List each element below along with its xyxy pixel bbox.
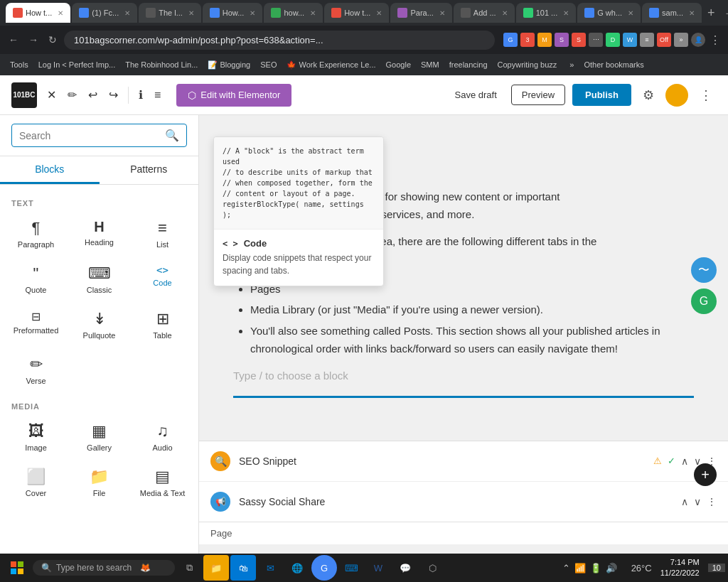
- tab-5[interactable]: How t... ✕: [324, 3, 389, 23]
- social-more-icon[interactable]: ⋮: [707, 496, 717, 507]
- block-code[interactable]: <> Code: [132, 257, 193, 300]
- social-collapse-down[interactable]: ∨: [694, 496, 701, 507]
- block-verse[interactable]: ✏ Verse: [6, 348, 66, 391]
- extension-icon-3[interactable]: M: [537, 33, 552, 47]
- new-tab-button[interactable]: +: [703, 6, 719, 21]
- sassy-social-panel[interactable]: 📢 Sassy Social Share ∧ ∨ ⋮: [199, 482, 728, 522]
- volume-icon[interactable]: 🔊: [606, 563, 617, 573]
- bookmark-blogging[interactable]: 📝 Blogging: [203, 58, 255, 72]
- bookmark-robinhood[interactable]: The Robinhood Lin...: [121, 58, 202, 71]
- taskbar-chrome[interactable]: G: [311, 555, 337, 581]
- extension-more[interactable]: »: [674, 33, 688, 47]
- extension-icon-2[interactable]: 3: [520, 33, 535, 47]
- block-list[interactable]: ≡ List: [132, 212, 193, 254]
- system-clock[interactable]: 7:14 PM 11/22/2022: [660, 557, 705, 579]
- edit-elementor-button[interactable]: ⬡ Edit with Elementor: [176, 84, 291, 107]
- bookmark-copywriting[interactable]: Copywriting buzz: [493, 58, 562, 71]
- taskbar-word[interactable]: W: [365, 555, 391, 581]
- extension-icon-8[interactable]: W: [623, 33, 637, 47]
- tab-1[interactable]: (1) Fc... ✕: [72, 3, 137, 23]
- taskbar-store[interactable]: 🛍: [230, 555, 256, 581]
- block-pullquote[interactable]: ↡ Pullquote: [69, 303, 129, 345]
- block-audio[interactable]: ♫ Audio: [132, 415, 193, 458]
- bookmark-google[interactable]: Google: [382, 58, 415, 71]
- taskbar-edge[interactable]: 🌐: [284, 555, 310, 581]
- seo-warning-icon[interactable]: ⚠: [653, 456, 662, 466]
- extension-icon-1[interactable]: G: [503, 33, 518, 47]
- block-preformatted[interactable]: ⊟ Preformatted: [6, 303, 66, 345]
- block-classic[interactable]: ⌨ Classic: [69, 257, 129, 300]
- bookmark-smm[interactable]: SMM: [417, 58, 444, 71]
- profile-icon[interactable]: 👤: [691, 33, 705, 47]
- tray-up-arrow[interactable]: ⌃: [562, 563, 570, 573]
- tab-close-icon[interactable]: ✕: [250, 9, 255, 17]
- block-file[interactable]: 📁 File: [69, 460, 129, 503]
- tab-patterns[interactable]: Patterns: [100, 156, 199, 184]
- block-gallery[interactable]: ▦ Gallery: [69, 415, 129, 458]
- extension-icon-4[interactable]: S: [555, 33, 569, 47]
- bookmark-work[interactable]: 🍁 Work Experience Le...: [282, 58, 380, 72]
- seo-collapse-up[interactable]: ∧: [681, 456, 688, 467]
- block-media-text[interactable]: ▤ Media & Text: [132, 460, 193, 503]
- tab-10[interactable]: sam... ✕: [642, 3, 702, 23]
- tab-close-icon[interactable]: ✕: [628, 9, 633, 17]
- details-button[interactable]: ℹ: [134, 84, 147, 106]
- publish-button[interactable]: Publish: [572, 84, 631, 106]
- add-block-button[interactable]: +: [694, 463, 717, 486]
- tab-4[interactable]: how... ✕: [264, 3, 323, 23]
- taskbar-discord[interactable]: 💬: [392, 555, 418, 581]
- block-type-placeholder[interactable]: Type / to choose a block: [233, 370, 694, 382]
- preview-button[interactable]: Preview: [511, 85, 565, 105]
- social-collapse-up[interactable]: ∧: [681, 496, 688, 507]
- tab-close-icon[interactable]: ✕: [439, 9, 445, 17]
- forward-button[interactable]: →: [26, 31, 41, 48]
- search-submit-button[interactable]: 🔍: [165, 129, 179, 142]
- tab-close-icon[interactable]: ✕: [124, 9, 130, 17]
- save-draft-button[interactable]: Save draft: [448, 85, 504, 104]
- taskbar-file-explorer[interactable]: 📁: [203, 555, 229, 581]
- tab-blocks[interactable]: Blocks: [0, 156, 100, 184]
- url-input[interactable]: [64, 31, 495, 50]
- taskbar-search[interactable]: 🔍 Type here to search 🦊: [33, 560, 175, 576]
- tab-close-icon[interactable]: ✕: [188, 9, 194, 17]
- reload-button[interactable]: ↻: [46, 31, 60, 48]
- bookmark-freelancing[interactable]: freelancing: [445, 58, 492, 71]
- more-options-icon[interactable]: ⋮: [708, 33, 722, 47]
- block-cover[interactable]: ⬜ Cover: [6, 460, 66, 503]
- tab-close-icon[interactable]: ✕: [58, 9, 63, 17]
- back-button[interactable]: ←: [6, 31, 21, 48]
- bookmark-seo[interactable]: SEO: [256, 58, 281, 71]
- tab-2[interactable]: The l... ✕: [139, 3, 201, 23]
- extension-icon-6[interactable]: ⋯: [589, 33, 603, 47]
- close-post-button[interactable]: ✕: [43, 84, 60, 106]
- tab-6[interactable]: Para... ✕: [390, 3, 451, 23]
- block-table[interactable]: ⊞ Table: [132, 303, 193, 345]
- block-heading[interactable]: H Heading: [69, 212, 129, 254]
- notification-badge[interactable]: 10: [708, 564, 725, 572]
- block-paragraph[interactable]: ¶ Paragraph: [6, 212, 66, 254]
- tab-close-icon[interactable]: ✕: [563, 9, 569, 17]
- tab-3[interactable]: How... ✕: [203, 3, 263, 23]
- bookmark-tools[interactable]: Tools: [6, 58, 33, 71]
- redo-button[interactable]: ↪: [105, 84, 122, 106]
- grammarly-icon[interactable]: G: [691, 289, 717, 314]
- extension-icon-5[interactable]: S: [572, 33, 586, 47]
- undo-button[interactable]: ↩: [84, 84, 102, 106]
- seo-snippet-panel[interactable]: 🔍 SEO Snippet ⚠ ✓ ∧ ∨ ⋮: [199, 441, 728, 482]
- taskbar-mail[interactable]: ✉: [257, 555, 283, 581]
- tab-8[interactable]: 101 ... ✕: [516, 3, 577, 23]
- bookmark-more[interactable]: »: [565, 58, 578, 71]
- settings-button[interactable]: ⚙: [638, 83, 658, 107]
- taskbar-app-extra[interactable]: ⬡: [419, 555, 445, 581]
- bookmark-other[interactable]: Other bookmarks: [579, 58, 648, 71]
- extension-icon-9[interactable]: ≡: [640, 33, 654, 47]
- user-avatar[interactable]: [665, 84, 688, 107]
- more-options-button[interactable]: ⋮: [695, 83, 717, 107]
- bookmark-login[interactable]: Log In < Perfect Imp...: [34, 58, 120, 71]
- tab-9[interactable]: G wh... ✕: [577, 3, 641, 23]
- extension-icon-7[interactable]: D: [606, 33, 620, 47]
- tab-close-icon[interactable]: ✕: [689, 9, 695, 17]
- block-inserter-button[interactable]: ✏: [63, 84, 81, 106]
- tab-close-icon[interactable]: ✕: [502, 9, 508, 17]
- wifi-icon[interactable]: 📶: [574, 563, 586, 573]
